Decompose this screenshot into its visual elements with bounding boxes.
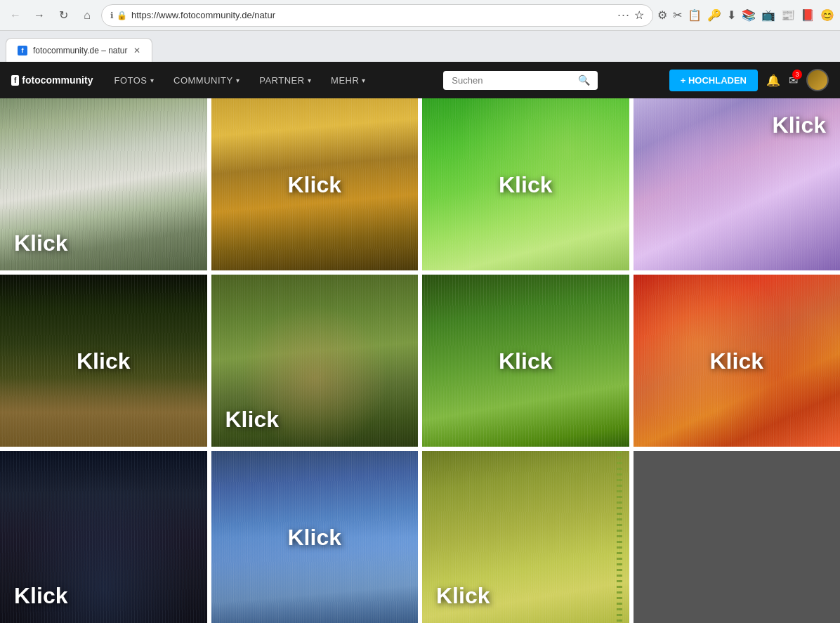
star-icon[interactable]: ☆ (634, 8, 644, 22)
nav-home-button[interactable]: ⌂ (77, 6, 97, 25)
search-input[interactable] (443, 71, 598, 90)
photo-cell-6[interactable]: Klick (211, 275, 419, 447)
klick-label-11: Klick (436, 583, 490, 609)
photo-cell-10[interactable]: Klick (211, 451, 419, 623)
nav-right-icons: 🔔 ✉ 3 (766, 69, 829, 91)
more-icon[interactable]: ··· (617, 8, 630, 22)
message-badge: 3 (792, 70, 802, 79)
address-input[interactable] (131, 10, 613, 20)
library-icon[interactable]: 📚 (742, 8, 756, 22)
klick-label-3: Klick (499, 171, 552, 197)
scissors-icon[interactable]: ✂ (673, 8, 682, 22)
klick-label-4: Klick (773, 112, 826, 138)
logo-area[interactable]: f fotocommunity (11, 74, 93, 86)
browser-chrome: ← → ↻ ⌂ ℹ 🔒 ··· ☆ ⚙ ✂ 📋 🔑 ⬇ 📚 📺 📰 📕 😊 (0, 0, 840, 62)
photo-cell-9[interactable]: Klick (0, 451, 207, 623)
tools-icon[interactable]: ⚙ (657, 8, 667, 22)
klick-label-1: Klick (14, 230, 67, 256)
nav-community[interactable]: COMMUNITY ▾ (164, 62, 249, 98)
tab-title: fotocommunity.de – natur (33, 46, 128, 55)
clipboard-icon[interactable]: 📋 (688, 8, 702, 22)
fotos-arrow-icon: ▾ (150, 77, 155, 84)
photo-cell-1[interactable]: Klick (0, 98, 207, 270)
community-arrow-icon: ▾ (236, 77, 240, 84)
klick-label-2: Klick (288, 171, 341, 197)
address-bar: ℹ 🔒 ··· ☆ (101, 4, 653, 27)
download-icon[interactable]: ⬇ (727, 8, 736, 22)
photo-cell-11[interactable]: Klick (422, 451, 629, 623)
photo-cell-8[interactable]: Klick (634, 275, 841, 447)
search-button[interactable]: 🔍 (578, 71, 590, 90)
photo-cell-7[interactable]: Klick (422, 275, 629, 447)
photo-grid: Klick Klick Klick Klick (0, 98, 840, 623)
user-avatar[interactable] (806, 69, 829, 91)
upload-button[interactable]: + HOCHLADEN (669, 70, 758, 91)
photo-cell-5[interactable]: Klick (0, 275, 207, 447)
klick-label-6: Klick (225, 407, 279, 433)
tab-favicon: f (18, 46, 27, 55)
klick-label-10: Klick (288, 524, 341, 550)
logo-text: fotocommunity (22, 74, 93, 86)
pocket-icon[interactable]: 📕 (801, 8, 815, 22)
photo-cell-4[interactable]: Klick (634, 98, 841, 270)
active-tab[interactable]: f fotocommunity.de – natur ✕ (6, 38, 152, 62)
nav-back-button[interactable]: ← (6, 6, 25, 25)
lock-icon: 🔒 (117, 11, 127, 20)
row-gap-2g (634, 447, 841, 451)
search-area: 🔍 (376, 71, 658, 90)
nav-fotos[interactable]: FOTOS ▾ (104, 62, 164, 98)
browser-top-bar: ← → ↻ ⌂ ℹ 🔒 ··· ☆ ⚙ ✂ 📋 🔑 ⬇ 📚 📺 📰 📕 😊 (0, 0, 840, 31)
nav-mehr[interactable]: MEHR ▾ (321, 62, 376, 98)
nav-items: FOTOS ▾ COMMUNITY ▾ PARTNER ▾ MEHR ▾ (104, 62, 375, 98)
klick-label-7: Klick (499, 348, 552, 374)
grid-gap (629, 451, 634, 623)
mehr-arrow-icon: ▾ (362, 77, 366, 84)
nav-forward-button[interactable]: → (29, 6, 49, 25)
sidebar-icon[interactable]: 📺 (761, 8, 775, 22)
logo-icon: f (11, 75, 19, 86)
klick-label-9: Klick (14, 583, 67, 609)
photo-cell-3[interactable]: Klick (422, 98, 629, 270)
partner-arrow-icon: ▾ (308, 77, 312, 84)
photo-cell-2[interactable]: Klick (211, 98, 419, 270)
browser-right-icons: ⚙ ✂ 📋 🔑 ⬇ 📚 📺 📰 📕 😊 (657, 8, 834, 22)
notification-icon[interactable]: 🔔 (766, 74, 780, 87)
klick-label-8: Klick (710, 348, 763, 374)
reader-icon[interactable]: 📰 (781, 8, 795, 22)
message-icon[interactable]: ✉ 3 (789, 74, 798, 87)
klick-label-5: Klick (77, 348, 130, 374)
nav-refresh-button[interactable]: ↻ (53, 6, 73, 25)
profile-icon[interactable]: 😊 (820, 8, 834, 22)
browser-tab-bar: f fotocommunity.de – natur ✕ (0, 31, 840, 62)
key-icon[interactable]: 🔑 (707, 8, 721, 22)
nav-partner[interactable]: PARTNER ▾ (249, 62, 321, 98)
site-navbar: f fotocommunity FOTOS ▾ COMMUNITY ▾ PART… (0, 62, 840, 98)
info-icon: ℹ (110, 11, 114, 20)
tab-close-icon[interactable]: ✕ (133, 46, 140, 55)
photo-grid-wrapper: Klick Klick Klick Klick (0, 98, 840, 623)
